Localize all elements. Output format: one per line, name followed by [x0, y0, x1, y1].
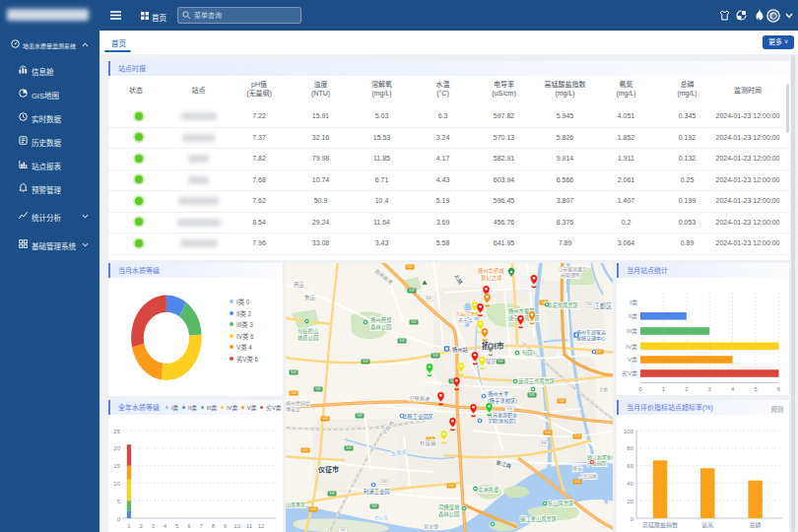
svg-text:3: 3: [152, 523, 156, 529]
svg-text:西庄: 西庄: [294, 281, 305, 289]
svg-text:G40: G40: [573, 434, 580, 438]
svg-text:S49: S49: [432, 354, 437, 358]
svg-text:黄泥沟风景区: 黄泥沟风景区: [547, 301, 578, 309]
svg-text:80: 80: [627, 445, 633, 451]
svg-text:朱庄: 朱庄: [304, 294, 316, 301]
svg-text:5: 5: [175, 523, 179, 529]
svg-text:20: 20: [627, 499, 633, 504]
svg-text:S49: S49: [370, 504, 376, 508]
svg-text:S49: S49: [410, 320, 416, 324]
svg-text:4: 4: [164, 523, 167, 529]
svg-text:S49: S49: [398, 339, 404, 343]
svg-text:10: 10: [233, 523, 240, 529]
svg-text:S49: S49: [362, 360, 367, 364]
svg-text:G40: G40: [321, 417, 328, 421]
svg-text:森林公园: 森林公园: [370, 323, 391, 331]
svg-text:七心岛: 七心岛: [374, 514, 388, 521]
svg-text:运河三湾风景区: 运河三湾风景区: [518, 377, 556, 385]
svg-text:学院(新校区): 学院(新校区): [488, 418, 516, 425]
svg-text:2: 2: [685, 386, 689, 392]
svg-text:S49: S49: [345, 446, 351, 450]
svg-text:闲管理所: 闲管理所: [561, 272, 580, 279]
svg-text:顺安: 顺安: [572, 465, 582, 472]
svg-text:8: 8: [212, 523, 216, 529]
svg-text:焦山风景区: 焦山风景区: [548, 499, 574, 507]
svg-text:仪征市: 仪征市: [317, 465, 339, 474]
svg-text:12: 12: [258, 523, 265, 529]
svg-text:G40: G40: [427, 437, 433, 441]
svg-text:人民囚络: 人民囚络: [579, 473, 597, 480]
svg-text:利浦工业园: 利浦工业园: [364, 488, 390, 496]
svg-text:0: 0: [631, 516, 634, 522]
svg-text:I类: I类: [630, 299, 637, 306]
svg-text:G40: G40: [558, 399, 565, 403]
svg-text:G40: G40: [301, 448, 308, 452]
svg-text:1: 1: [127, 523, 131, 529]
svg-text:S49: S49: [497, 360, 502, 364]
svg-text:100: 100: [624, 429, 634, 434]
svg-text:X06: X06: [540, 441, 546, 445]
svg-text:2: 2: [139, 523, 143, 529]
svg-text:梦幻之城: 梦幻之城: [481, 274, 502, 282]
svg-text:天宁寺: 天宁寺: [458, 317, 473, 324]
svg-text:11: 11: [246, 523, 253, 529]
svg-text:7: 7: [199, 523, 203, 529]
svg-text:扬州站: 扬州站: [452, 346, 469, 354]
svg-text:枢纽交通中心: 枢纽交通中心: [576, 335, 606, 342]
svg-text:S49: S49: [356, 414, 362, 418]
svg-text:扬州大学: 扬州大学: [488, 390, 508, 398]
svg-text:G40: G40: [406, 265, 413, 269]
svg-text:X06: X06: [425, 297, 431, 300]
svg-text:总磷: 总磷: [750, 521, 762, 529]
svg-text:G40: G40: [290, 391, 297, 395]
svg-text:氨氮: 氨氮: [701, 521, 713, 529]
svg-text:扬州华侨城: 扬州华侨城: [478, 267, 504, 275]
svg-text:3: 3: [708, 386, 712, 392]
svg-text:6: 6: [777, 386, 781, 392]
svg-text:9: 9: [224, 523, 228, 529]
svg-text:X06: X06: [505, 407, 511, 411]
svg-text:5: 5: [754, 386, 758, 392]
svg-text:G40: G40: [309, 507, 316, 511]
svg-text:15: 15: [113, 463, 120, 469]
svg-text:X06: X06: [339, 528, 345, 532]
svg-text:S49: S49: [528, 393, 534, 397]
svg-text:森林公园: 森林公园: [438, 510, 459, 518]
svg-text:镇江金山风景区: 镇江金山风景区: [520, 515, 558, 523]
svg-text:仪征捺山: 仪征捺山: [298, 327, 318, 335]
svg-text:G40: G40: [544, 431, 551, 434]
svg-text:营业镇: 营业镇: [424, 523, 438, 530]
svg-text:0: 0: [638, 386, 642, 392]
svg-text:闰扬湿地: 闰扬湿地: [438, 503, 460, 511]
svg-text:4: 4: [731, 386, 735, 392]
svg-text:25: 25: [113, 429, 120, 434]
svg-text:山风景区: 山风景区: [286, 501, 305, 508]
svg-text:瓜洲古渡: 瓜洲古渡: [478, 486, 499, 494]
svg-text:II类: II类: [629, 312, 637, 320]
svg-text:60: 60: [627, 463, 633, 469]
svg-text:X06: X06: [380, 480, 386, 484]
svg-text:10: 10: [113, 481, 120, 487]
svg-text:高锰酸盐指数: 高锰酸盐指数: [642, 521, 678, 529]
svg-text:20: 20: [113, 445, 120, 451]
svg-text:G40: G40: [573, 480, 580, 484]
svg-text:华腾工业园区: 华腾工业园区: [402, 413, 433, 421]
svg-text:5: 5: [117, 499, 121, 504]
svg-text:X06: X06: [585, 302, 591, 306]
svg-text:S49: S49: [314, 387, 320, 391]
svg-text:III类: III类: [627, 327, 637, 335]
svg-text:大桥: 大桥: [599, 386, 608, 393]
svg-text:0: 0: [117, 516, 121, 522]
svg-text:何园: 何园: [522, 349, 533, 357]
svg-text:扬州西部: 扬州西部: [370, 316, 392, 324]
svg-text:S49: S49: [328, 492, 334, 496]
svg-text:1: 1: [662, 386, 666, 392]
svg-text:G40: G40: [540, 300, 547, 304]
svg-text:劣V类: 劣V类: [622, 369, 637, 377]
svg-text:S49: S49: [408, 289, 414, 293]
svg-text:IV类: IV类: [626, 343, 637, 351]
svg-text:G40: G40: [447, 484, 454, 488]
svg-text:江都区: 江都区: [593, 302, 613, 310]
svg-text:40: 40: [627, 481, 633, 487]
svg-text:G40: G40: [595, 350, 602, 354]
